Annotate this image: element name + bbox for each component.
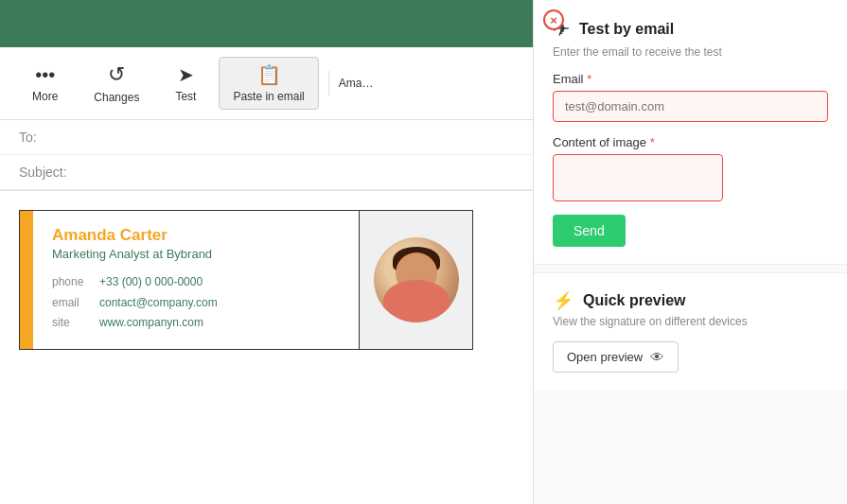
signature-accent [20,211,33,349]
paste-icon: 📋 [257,63,281,86]
signature-area: Amanda Carter Marketing Analyst at Bybra… [0,191,533,504]
email-fields: To: Subject: [0,120,533,191]
toolbar: ••• More ↺ Changes ➤ Test 📋 Paste in ema… [0,47,533,120]
signature-photo [359,211,472,349]
toolbar-paste-label: Paste in email [233,90,304,103]
open-preview-label: Open preview [567,350,643,364]
content-required: * [650,135,655,149]
signature-card: Amanda Carter Marketing Analyst at Bybra… [19,210,473,350]
signature-info: Amanda Carter Marketing Analyst at Bybra… [33,211,359,349]
toolbar-ama: Ama… [328,71,383,96]
open-preview-button[interactable]: Open preview 👁 [553,341,679,373]
quick-preview-section: ⚡ Quick preview View the signature on di… [534,272,847,390]
top-bar [0,0,533,47]
email-label: email [52,293,90,314]
toolbar-paste-in-email[interactable]: 📋 Paste in email [219,57,318,110]
site-row: site www.companyn.com [52,313,340,334]
test-email-header: ✈ Test by email [553,17,828,42]
content-field-label: Content of image * [553,135,828,149]
email-required: * [587,72,591,86]
eye-icon: 👁 [650,349,664,365]
email-row: email contact@company.com [52,293,340,314]
right-panel: × ✈ Test by email Enter the email to rec… [533,0,847,504]
changes-icon: ↺ [108,62,125,87]
test-email-title: Test by email [579,21,674,38]
test-email-subtitle: Enter the email to receive the test [553,45,828,59]
signature-title: Marketing Analyst at Bybrand [52,247,340,261]
to-field: To: [0,120,533,155]
email-input[interactable] [553,91,828,122]
site-value: www.companyn.com [99,313,203,334]
avatar [374,237,459,322]
quick-preview-header: ⚡ Quick preview [553,290,828,311]
email-field-label: Email * [553,72,828,86]
send-button[interactable]: Send [553,215,626,247]
more-icon: ••• [35,64,55,86]
phone-row: phone +33 (00) 0 000-0000 [52,272,340,293]
to-label: To: [19,130,71,145]
toolbar-more-label: More [32,90,58,103]
toolbar-test-label: Test [175,90,196,103]
phone-value: +33 (00) 0 000-0000 [99,272,203,293]
bolt-icon: ⚡ [553,290,573,311]
left-panel: ••• More ↺ Changes ➤ Test 📋 Paste in ema… [0,0,533,504]
signature-details: phone +33 (00) 0 000-0000 email contact@… [52,272,340,334]
toolbar-test[interactable]: ➤ Test [162,58,209,109]
toolbar-changes[interactable]: ↺ Changes [80,57,152,110]
quick-preview-title: Quick preview [583,292,686,309]
quick-preview-subtitle: View the signature on different devices [553,315,828,328]
email-value: contact@company.com [99,293,218,314]
avatar-body [383,280,450,322]
subject-label: Subject: [19,165,71,180]
content-image-input[interactable] [553,154,723,201]
subject-field: Subject: [0,155,533,190]
site-label: site [52,313,90,334]
signature-name: Amanda Carter [52,226,340,245]
toolbar-more[interactable]: ••• More [19,59,71,109]
toolbar-changes-label: Changes [94,91,139,104]
close-button[interactable]: × [543,9,564,30]
test-email-section: ✈ Test by email Enter the email to recei… [534,0,847,265]
phone-label: phone [52,272,90,293]
test-icon: ➤ [178,63,194,86]
toolbar-ama-label: Ama… [339,77,374,90]
